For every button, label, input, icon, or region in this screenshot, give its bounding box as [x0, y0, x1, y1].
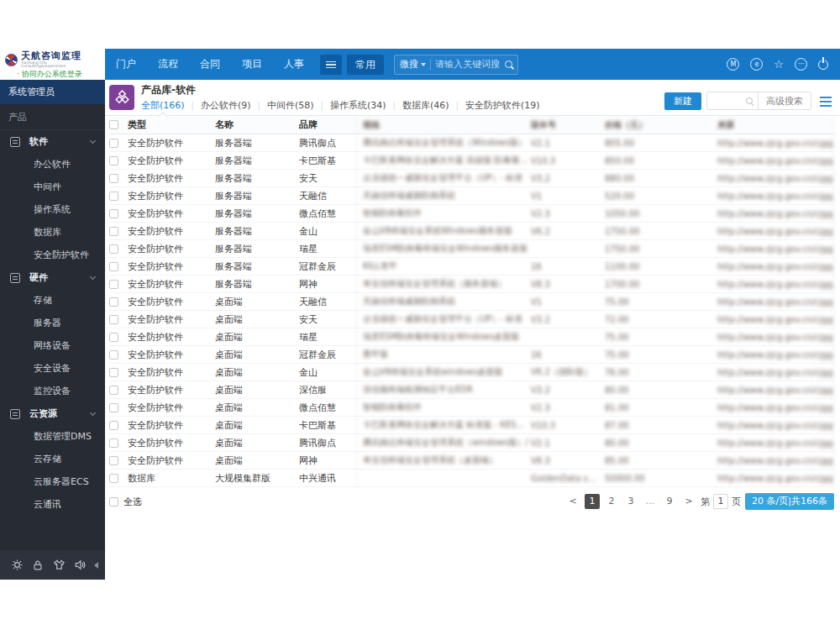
sound-speaker-icon[interactable]	[73, 559, 87, 572]
search-input[interactable]: 请输入关键词搜	[435, 58, 501, 71]
page-number-button[interactable]: 2	[604, 494, 619, 509]
table-row[interactable]: 安全防护软件服务器端腾讯御点腾讯御点终端安全管理系统（Windows版）V2.1…	[109, 134, 834, 152]
category-tab[interactable]: 操作系统(34)	[330, 99, 386, 112]
topnav-item[interactable]: 门户	[105, 49, 147, 80]
page-size-button[interactable]: 20 条/页|共166条	[745, 493, 834, 510]
row-checkbox[interactable]	[109, 227, 118, 236]
row-checkbox[interactable]	[109, 156, 118, 165]
table-row[interactable]: 安全防护软件服务器端卡巴斯基卡巴斯基网络安全解决方案 高级版 防毒墙…V10.3…	[109, 152, 834, 170]
sidebar-item[interactable]: 数据库	[0, 221, 105, 244]
sidebar-collapse-icon[interactable]	[94, 562, 98, 569]
row-checkbox[interactable]	[109, 192, 118, 201]
sidebar-item[interactable]: 监控设备	[0, 380, 105, 402]
table-row[interactable]: 安全防护软件桌面端冠群金辰墨甲版1675.00http://www.zjcg.g…	[109, 346, 834, 364]
row-checkbox[interactable]	[109, 297, 118, 307]
table-row[interactable]: 安全防护软件桌面端微点佰慧智能防病毒软件V2.381.00http://www.…	[109, 399, 834, 417]
row-checkbox[interactable]	[109, 209, 118, 218]
sidebar-item[interactable]: 操作系统	[0, 198, 105, 221]
row-checkbox[interactable]	[109, 333, 118, 342]
table-row[interactable]: 安全防护软件桌面端安天企业级统一威胁安全管理平台（UP）- 标准V3.272.0…	[109, 311, 834, 328]
search-icon[interactable]	[746, 97, 753, 104]
nav-favorites-button[interactable]: 常用	[347, 55, 384, 75]
category-tab[interactable]: 全部(166)	[141, 99, 185, 112]
global-search[interactable]: 微搜 请输入关键词搜	[394, 55, 518, 75]
settings-gear-icon[interactable]	[10, 559, 24, 572]
table-row[interactable]: 安全防护软件桌面端金山金山V8终端安全系统windows桌面版V6.2（国际版）…	[109, 364, 834, 381]
sidebar-item[interactable]: 云服务器ECS	[0, 470, 105, 493]
power-icon[interactable]	[818, 60, 828, 70]
sidebar-section-product[interactable]: 产品	[0, 104, 105, 130]
nav-menu-button[interactable]	[320, 55, 342, 75]
sidebar-role-label[interactable]: 系统管理员	[0, 80, 105, 104]
sidebar-group[interactable]: 软件	[0, 130, 105, 153]
page-number-button[interactable]: 9	[662, 494, 677, 509]
row-checkbox[interactable]	[109, 421, 118, 430]
prev-page-button[interactable]: <	[565, 494, 580, 509]
table-row[interactable]: 安全防护软件桌面端腾讯御点腾讯御点终端安全管理系统（windows版）/ V2.…	[109, 434, 834, 452]
table-row[interactable]: 安全防护软件服务器端微点佰慧智能防病毒软件V2.31050.00http://w…	[109, 205, 834, 223]
favorites-star-icon[interactable]: ☆	[774, 58, 784, 71]
sidebar-group[interactable]: 硬件	[0, 266, 105, 289]
jump-page-input[interactable]: 1	[713, 494, 728, 509]
category-tab[interactable]: 办公软件(9)	[201, 99, 251, 112]
row-checkbox[interactable]	[109, 280, 118, 289]
sidebar-item[interactable]: 网络设备	[0, 334, 105, 357]
table-row[interactable]: 安全防护软件服务器端瑞星瑞星ESM防病毒终端安全Windows服务器版1750.…	[109, 240, 834, 258]
row-checkbox[interactable]	[109, 474, 118, 483]
messages-icon[interactable]: M	[727, 58, 739, 71]
table-search-input[interactable]	[707, 92, 746, 109]
category-tab[interactable]: 数据库(46)	[402, 99, 449, 112]
row-checkbox[interactable]	[109, 386, 118, 395]
header-checkbox[interactable]	[109, 120, 118, 129]
topnav-item[interactable]: 合同	[189, 49, 231, 80]
table-row[interactable]: 数据库大规模集群版中兴通讯GoldenData s…50000.00http:/…	[109, 470, 834, 487]
topnav-item[interactable]: 人事	[273, 49, 315, 80]
sidebar-item[interactable]: 存储	[0, 289, 105, 312]
sidebar-item[interactable]: 安全防护软件	[0, 244, 105, 266]
theme-shirt-icon[interactable]	[52, 559, 66, 572]
table-row[interactable]: 安全防护软件桌面端卡巴斯基卡巴斯基网络安全解决方案 标准版 - KES…V10.…	[109, 417, 834, 434]
lock-icon[interactable]	[31, 559, 45, 572]
table-row[interactable]: 安全防护软件服务器端金山金山V8终端安全系统Windows服务器版V6.2175…	[109, 223, 834, 240]
row-checkbox[interactable]	[109, 174, 118, 183]
row-checkbox[interactable]	[109, 315, 118, 324]
sidebar-item[interactable]: 云通讯	[0, 493, 105, 516]
next-page-button[interactable]: >	[681, 494, 696, 509]
table-row[interactable]: 安全防护软件服务器端网神奇安信终端安全管理系统（服务器端）V8.31700.00…	[109, 276, 834, 293]
new-button[interactable]: 新建	[664, 92, 701, 110]
row-checkbox[interactable]	[109, 350, 118, 360]
row-checkbox[interactable]	[109, 139, 118, 148]
more-icon[interactable]: ···	[795, 58, 807, 71]
list-view-icon[interactable]	[820, 97, 832, 98]
select-all-checkbox[interactable]	[109, 497, 118, 507]
sidebar-item[interactable]: 云存储	[0, 448, 105, 470]
row-checkbox[interactable]	[109, 244, 118, 254]
topnav-item[interactable]: 项目	[231, 49, 273, 80]
table-row[interactable]: 安全防护软件服务器端冠群金辰KILL胄甲161100.00http://www.…	[109, 258, 834, 276]
row-checkbox[interactable]	[109, 456, 118, 465]
advanced-search-button[interactable]: 高级搜索	[759, 95, 811, 108]
row-checkbox[interactable]	[109, 368, 118, 377]
table-row[interactable]: 安全防护软件桌面端深信服深信服终端检测响应平台EDRV3.280.00http:…	[109, 381, 834, 399]
email-icon[interactable]: e	[750, 58, 763, 71]
oa-login-link[interactable]: · 协同办公系统登录	[5, 69, 100, 80]
sidebar-item[interactable]: 办公软件	[0, 153, 105, 176]
table-row[interactable]: 安全防护软件服务器端天融信天融信终端威胁防御系统V1520.00http://w…	[109, 187, 834, 205]
sidebar-item[interactable]: 数据管理DMS	[0, 425, 105, 448]
page-number-button[interactable]: 1	[585, 494, 600, 509]
row-checkbox[interactable]	[109, 403, 118, 412]
topnav-item[interactable]: 流程	[147, 49, 189, 80]
table-row[interactable]: 安全防护软件桌面端瑞星瑞星ESM防病毒终端安全Windows桌面版75.00ht…	[109, 328, 834, 346]
category-tab[interactable]: 安全防护软件(19)	[465, 99, 540, 112]
row-checkbox[interactable]	[109, 438, 118, 448]
page-number-button[interactable]: 3	[623, 494, 638, 509]
sidebar-item[interactable]: 安全设备	[0, 357, 105, 380]
select-all[interactable]: 全选	[109, 496, 142, 508]
row-checkbox[interactable]	[109, 262, 118, 271]
sidebar-item[interactable]: 中间件	[0, 176, 105, 198]
search-scope-dropdown[interactable]: 微搜	[400, 58, 426, 71]
table-row[interactable]: 安全防护软件桌面端网神奇安信终端安全管理系统（桌面端）V8.385.00http…	[109, 452, 834, 470]
table-row[interactable]: 安全防护软件服务器端安天企业级统一威胁安全管理平台（UP）- 标准V3.2880…	[109, 170, 834, 187]
category-tab[interactable]: 中间件(58)	[267, 99, 314, 112]
sidebar-group[interactable]: 云资源	[0, 402, 105, 425]
